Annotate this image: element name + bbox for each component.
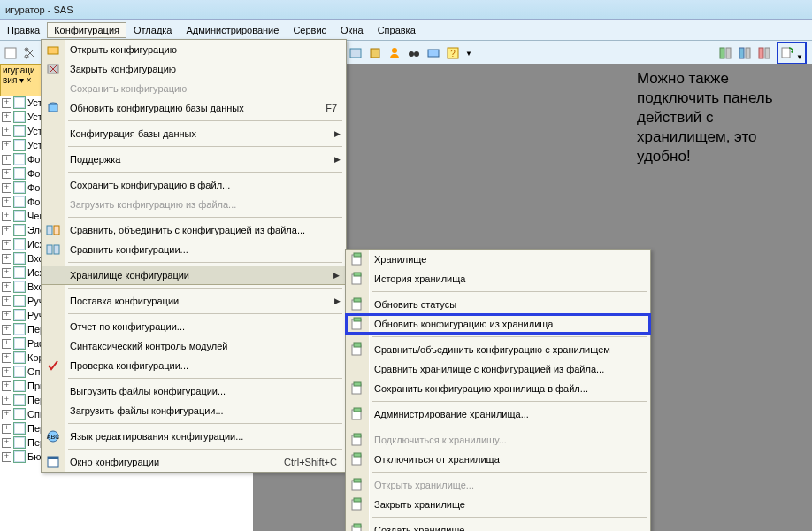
expand-icon[interactable]: + xyxy=(2,410,11,419)
svg-rect-43 xyxy=(354,408,361,412)
highlighted-toolbar-button[interactable]: ▼ xyxy=(777,42,807,65)
menu-item[interactable]: Закрыть конфигурацию xyxy=(42,59,346,79)
menu-item[interactable]: Закрыть хранилище xyxy=(346,495,650,514)
expand-icon[interactable]: + xyxy=(2,127,11,136)
expand-icon[interactable]: + xyxy=(2,141,11,150)
menu-item[interactable]: Поставка конфигурации▶ xyxy=(42,291,346,311)
expand-icon[interactable]: + xyxy=(2,396,11,405)
menu-item[interactable]: Хранилище конфигурации▶ xyxy=(42,266,346,285)
g10-icon xyxy=(350,478,364,492)
menu-item[interactable]: Обновить статусы xyxy=(346,295,650,314)
panel-icon[interactable] xyxy=(718,46,732,60)
expand-icon[interactable]: + xyxy=(2,197,11,207)
menu-администрирование[interactable]: Администрирование xyxy=(179,22,286,38)
menu-item[interactable]: Сравнить хранилище с конфигурацией из фа… xyxy=(346,359,650,379)
doc-icon xyxy=(13,309,26,321)
expand-icon[interactable]: + xyxy=(2,183,11,193)
menu-item-label: Проверка конфигурации... xyxy=(70,360,188,371)
help-icon[interactable]: ? xyxy=(446,46,460,60)
svg-rect-41 xyxy=(354,382,361,386)
expand-icon[interactable]: + xyxy=(2,212,11,221)
menu-item[interactable]: Создать хранилище... xyxy=(346,520,650,531)
menu-item[interactable]: Выгрузить файлы конфигурации... xyxy=(42,381,346,401)
menu-item-label: Хранилище xyxy=(374,254,426,265)
menu-правка[interactable]: Правка xyxy=(0,22,47,38)
expand-icon[interactable]: + xyxy=(2,438,11,448)
person-icon[interactable] xyxy=(387,46,402,60)
config-panel-header[interactable]: игураци вия ▾ × xyxy=(0,64,46,97)
expand-icon[interactable]: + xyxy=(2,339,11,349)
expand-icon[interactable]: + xyxy=(2,381,11,391)
menu-item[interactable]: Администрирование хранилища... xyxy=(346,404,650,424)
expand-icon[interactable]: + xyxy=(2,155,11,165)
menu-окна[interactable]: Окна xyxy=(333,22,371,38)
menu-item[interactable]: Отключиться от хранилища xyxy=(346,450,650,469)
menu-item[interactable]: Сохранить конфигурацию хранилища в файл.… xyxy=(346,379,650,398)
svg-rect-53 xyxy=(354,524,361,527)
expand-icon[interactable]: + xyxy=(2,367,11,377)
menu-item[interactable]: История хранилища xyxy=(346,269,650,289)
shortcut-label: F7 xyxy=(326,103,337,113)
tool-icon[interactable] xyxy=(426,46,440,60)
menu-item[interactable]: Хранилище xyxy=(346,250,650,269)
menu-справка[interactable]: Справка xyxy=(371,22,423,38)
menu-item[interactable]: Сравнить/объединить конфигурацию с храни… xyxy=(346,340,650,359)
expand-icon[interactable]: + xyxy=(2,240,11,250)
svg-point-5 xyxy=(392,48,397,53)
menu-конфигурация[interactable]: Конфигурация xyxy=(47,22,126,38)
expand-icon[interactable]: + xyxy=(2,424,11,434)
menu-item[interactable]: Поддержка▶ xyxy=(42,150,346,169)
svg-rect-18 xyxy=(48,47,58,54)
toolbar-icon[interactable] xyxy=(4,46,18,60)
g2-icon xyxy=(350,272,364,286)
menu-item[interactable]: Обновить конфигурацию из хранилища xyxy=(346,314,650,334)
doc-icon xyxy=(13,196,26,208)
menu-item[interactable]: Сравнить, объединить с конфигурацией из … xyxy=(42,220,346,240)
panel-icon[interactable] xyxy=(757,46,771,60)
dropdown-arrow-icon[interactable]: ▼ xyxy=(465,50,472,58)
menu-item-label: Сравнить хранилище с конфигурацией из фа… xyxy=(374,364,604,374)
menu-item[interactable]: Конфигурация базы данных▶ xyxy=(42,124,346,143)
tool-icon[interactable] xyxy=(368,46,382,60)
menu-item[interactable]: Сохранить конфигурацию в файл... xyxy=(42,175,346,195)
menu-item[interactable]: Открыть конфигурацию xyxy=(42,40,346,59)
menu-отладка[interactable]: Отладка xyxy=(126,22,179,38)
submenu-arrow-icon: ▶ xyxy=(333,271,340,280)
menu-item[interactable]: Проверка конфигурации... xyxy=(42,356,346,375)
menu-item-label: Сравнить/объединить конфигурацию с храни… xyxy=(374,344,610,355)
submenu-arrow-icon: ▶ xyxy=(334,155,341,164)
doc-icon xyxy=(13,238,26,250)
menu-item[interactable]: ABCЯзык редактирования конфигурации... xyxy=(42,427,346,446)
menu-item[interactable]: Загрузить файлы конфигурации... xyxy=(42,401,346,420)
binoculars-icon[interactable] xyxy=(407,46,421,60)
scissors-icon[interactable] xyxy=(23,46,37,60)
menu-item[interactable]: Окно конфигурацииCtrl+Shift+C xyxy=(42,452,346,472)
g12-icon xyxy=(350,523,364,531)
expand-icon[interactable]: + xyxy=(2,353,11,363)
expand-icon[interactable]: + xyxy=(2,254,11,264)
expand-icon[interactable]: + xyxy=(2,452,11,462)
doc-icon xyxy=(13,337,26,350)
menu-item: Загрузить конфигурацию из файла... xyxy=(42,195,346,214)
menu-item[interactable]: Сравнить конфигурации... xyxy=(42,240,346,259)
svg-rect-21 xyxy=(49,104,57,112)
doc-icon xyxy=(13,266,26,279)
menu-item[interactable]: Синтаксический контроль модулей xyxy=(42,336,346,356)
expand-icon[interactable]: + xyxy=(2,226,11,235)
expand-icon[interactable]: + xyxy=(2,296,11,306)
svg-rect-8 xyxy=(428,50,439,57)
svg-rect-33 xyxy=(354,273,361,276)
expand-icon[interactable]: + xyxy=(2,325,11,335)
expand-icon[interactable]: + xyxy=(2,311,11,320)
expand-icon[interactable]: + xyxy=(2,112,11,122)
panel-icon[interactable] xyxy=(738,46,752,60)
tool-icon[interactable] xyxy=(349,46,363,60)
expand-icon[interactable]: + xyxy=(2,282,11,292)
menu-сервис[interactable]: Сервис xyxy=(286,22,333,38)
expand-icon[interactable]: + xyxy=(2,169,11,179)
menu-item[interactable]: Обновить конфигурацию базы данныхF7 xyxy=(42,98,346,118)
menu-item[interactable]: Отчет по конфигурации... xyxy=(42,317,346,336)
expand-icon[interactable]: + xyxy=(2,98,11,108)
menu-item-label: Загрузить конфигурацию из файла... xyxy=(70,199,236,210)
expand-icon[interactable]: + xyxy=(2,268,11,278)
